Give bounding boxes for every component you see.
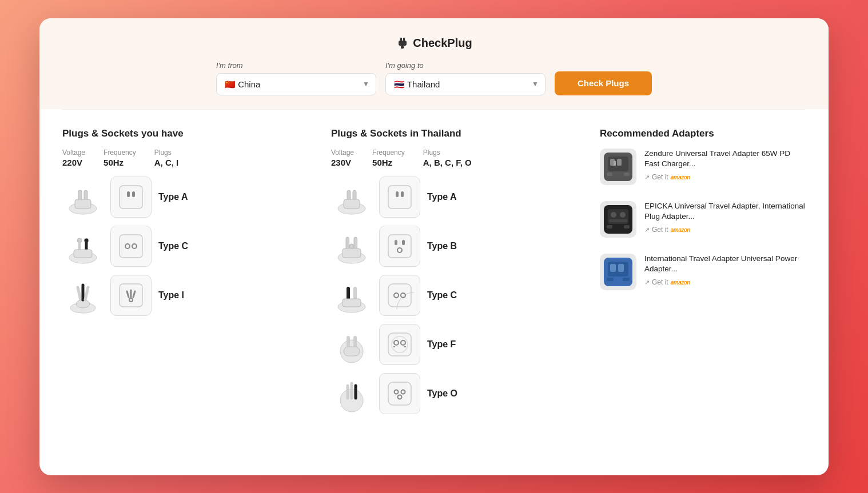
- amazon-logo-3: amazon: [671, 279, 690, 286]
- external-link-icon-1: ↗: [644, 174, 650, 181]
- svg-rect-16: [74, 250, 92, 258]
- to-socket-a-box: [379, 177, 420, 218]
- to-section: Plugs & Sockets in Thailand Voltage 230V…: [331, 128, 577, 422]
- svg-rect-38: [346, 237, 349, 250]
- external-link-icon-3: ↗: [644, 279, 650, 286]
- plug-c-label: Type C: [158, 241, 188, 251]
- to-plug-o-illustration: [331, 373, 372, 414]
- to-plug-c-illustration: [331, 275, 372, 316]
- svg-rect-88: [610, 264, 616, 272]
- adapter-name-1: Zendure Universal Travel Adapter 65W PD …: [644, 149, 806, 170]
- to-select[interactable]: 🇹🇭 Thailand 🇺🇸 United States 🇬🇧 United K…: [385, 73, 546, 95]
- adapter-link-3[interactable]: ↗ Get it amazon: [644, 278, 806, 286]
- plug-i-label: Type I: [158, 290, 184, 300]
- amazon-logo-2: amazon: [671, 227, 690, 233]
- adapter-link-2[interactable]: ↗ Get it amazon: [644, 226, 806, 234]
- svg-rect-76: [614, 161, 616, 166]
- from-plugs: Plugs A, C, I: [154, 149, 179, 167]
- adapter-info-3: International Travel Adapter Universal P…: [644, 254, 806, 287]
- to-plug-f-illustration: [331, 324, 372, 365]
- plug-c-illustration: [62, 226, 103, 267]
- from-select-wrapper: 🇨🇳 China 🇺🇸 United States 🇬🇧 United King…: [216, 73, 376, 95]
- svg-rect-42: [388, 235, 411, 258]
- amazon-logo-1: amazon: [671, 174, 690, 181]
- svg-rect-77: [607, 173, 612, 176]
- from-voltage: Voltage 220V: [62, 149, 85, 167]
- adapter-info-2: EPICKA Universal Travel Adapter, Interna…: [644, 201, 806, 234]
- to-socket-f-box: [379, 324, 420, 365]
- to-frequency: Frequency 50Hz: [372, 149, 405, 167]
- to-plug-f-label: Type F: [427, 339, 456, 350]
- to-plug-row-type-o: Type O: [331, 373, 577, 414]
- to-voltage: Voltage 230V: [331, 149, 354, 167]
- svg-rect-8: [120, 186, 142, 209]
- from-group: I'm from 🇨🇳 China 🇺🇸 United States 🇬🇧 Un…: [216, 61, 376, 95]
- from-select[interactable]: 🇨🇳 China 🇺🇸 United States 🇬🇧 United King…: [216, 73, 376, 95]
- check-plugs-button[interactable]: Check Plugs: [555, 71, 652, 95]
- svg-rect-35: [396, 191, 399, 197]
- svg-rect-7: [75, 199, 91, 209]
- plug-row-type-a: Type A: [62, 177, 308, 218]
- header-top: CheckPlug: [39, 18, 829, 61]
- from-section: Plugs & Sockets you have Voltage 220V Fr…: [62, 128, 308, 422]
- to-label: I'm going to: [385, 61, 546, 70]
- svg-rect-34: [388, 186, 411, 209]
- to-plugs: Plugs A, B, C, F, O: [423, 149, 472, 167]
- to-plug-a-label: Type A: [427, 192, 457, 202]
- plug-a-label: Type A: [158, 192, 188, 202]
- plug-icon: [396, 37, 408, 49]
- adapter-item-1: Zendure Universal Travel Adapter 65W PD …: [600, 149, 806, 185]
- adapter-item-2: EPICKA Universal Travel Adapter, Interna…: [600, 201, 806, 238]
- to-plug-c-label: Type C: [427, 290, 457, 300]
- svg-rect-78: [624, 173, 630, 176]
- app-container: CheckPlug I'm from 🇨🇳 China 🇺🇸 United St…: [39, 18, 829, 475]
- app-title: CheckPlug: [62, 27, 806, 61]
- adapters-section: Recommended Adapters Zendure Univer: [600, 128, 806, 422]
- socket-c-box: [110, 226, 152, 267]
- to-group: I'm going to 🇹🇭 Thailand 🇺🇸 United State…: [385, 61, 546, 95]
- to-select-wrapper: 🇹🇭 Thailand 🇺🇸 United States 🇬🇧 United K…: [385, 73, 546, 95]
- socket-a-box: [110, 177, 152, 218]
- plug-i-illustration: [62, 275, 103, 316]
- to-plug-a-illustration: [331, 177, 372, 218]
- svg-point-81: [611, 212, 616, 218]
- to-plug-row-type-f: Type F: [331, 324, 577, 365]
- svg-rect-36: [401, 191, 404, 197]
- adapter-img-2: [600, 201, 636, 238]
- svg-rect-43: [395, 240, 397, 245]
- from-section-title: Plugs & Sockets you have: [62, 128, 308, 139]
- plug-row-type-i: Type I: [62, 275, 308, 316]
- adapter-link-1[interactable]: ↗ Get it amazon: [644, 173, 806, 181]
- adapter-img-1: [600, 149, 636, 185]
- svg-rect-84: [607, 225, 612, 229]
- svg-rect-41: [343, 248, 361, 258]
- svg-rect-3: [401, 46, 404, 49]
- svg-line-24: [85, 287, 88, 300]
- svg-point-82: [620, 212, 626, 218]
- svg-line-22: [78, 287, 81, 300]
- svg-rect-89: [618, 264, 624, 272]
- from-label: I'm from: [216, 61, 376, 70]
- from-info-row: Voltage 220V Frequency 50Hz Plugs A, C, …: [62, 149, 308, 167]
- to-plug-row-type-b: Type B: [331, 226, 577, 267]
- to-plug-row-type-c: Type C: [331, 275, 577, 316]
- svg-rect-85: [624, 225, 630, 229]
- svg-rect-90: [607, 278, 614, 281]
- to-socket-c-box: [379, 275, 420, 316]
- to-plug-b-label: Type B: [427, 241, 457, 251]
- svg-rect-68: [388, 382, 411, 405]
- svg-rect-75: [617, 159, 622, 166]
- to-info-row: Voltage 230V Frequency 50Hz Plugs A, B, …: [331, 149, 577, 167]
- svg-rect-91: [623, 278, 630, 281]
- adapter-img-3: [600, 254, 636, 290]
- svg-rect-57: [344, 347, 360, 356]
- socket-i-box: [110, 275, 152, 316]
- plug-a-illustration: [62, 177, 103, 218]
- adapter-name-2: EPICKA Universal Travel Adapter, Interna…: [644, 201, 806, 223]
- to-section-title: Plugs & Sockets in Thailand: [331, 128, 577, 139]
- to-plug-o-label: Type O: [427, 388, 457, 399]
- svg-rect-83: [609, 219, 627, 222]
- to-plug-b-illustration: [331, 226, 372, 267]
- svg-rect-10: [132, 191, 135, 197]
- adapter-name-3: International Travel Adapter Universal P…: [644, 254, 806, 275]
